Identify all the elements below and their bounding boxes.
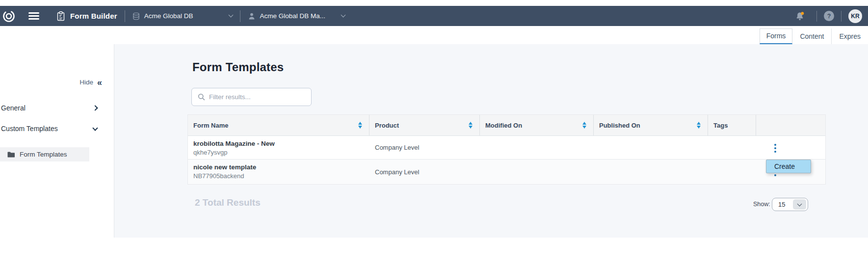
menu-icon[interactable]	[28, 12, 39, 20]
table-row: krobilotta Magazine - New qkhe7ysvgp Com…	[188, 136, 825, 160]
tags-cell	[708, 160, 756, 184]
user-avatar[interactable]: KR	[848, 9, 862, 23]
tab-expressions[interactable]: Expres	[832, 28, 868, 44]
notifications-bell-icon[interactable]	[795, 11, 806, 21]
main-content: Form Templates Form Name Product Modifie	[114, 44, 868, 238]
form-name-cell: nicole new template NB77905backend	[188, 160, 369, 184]
clipboard-icon	[56, 11, 65, 21]
sort-icon	[697, 122, 701, 129]
column-header-modified-on[interactable]: Modified On	[480, 115, 594, 135]
app-header: Form Builder	[56, 11, 117, 21]
sidebar-hide-button[interactable]: Hide «	[79, 79, 102, 86]
sidebar-item-label: Custom Templates	[1, 125, 58, 133]
db-selector-label: Acme Global DB	[144, 12, 193, 20]
table-row: nicole new template NB77905backend Compa…	[188, 160, 825, 184]
sidebar-item-general[interactable]: General	[0, 100, 114, 116]
form-id: NB77905backend	[193, 172, 369, 180]
database-icon	[132, 12, 140, 20]
modified-on-cell	[480, 160, 594, 184]
chevron-down-icon	[341, 13, 346, 18]
table-header-row: Form Name Product Modified On Published …	[188, 115, 825, 136]
create-menu-item[interactable]: Create	[766, 160, 811, 173]
form-name-cell: krobilotta Magazine - New qkhe7ysvgp	[188, 136, 369, 159]
tab-content[interactable]: Content	[792, 28, 832, 44]
form-name: krobilotta Magazine - New	[193, 140, 369, 147]
published-on-cell	[594, 136, 708, 159]
market-selector-label: Acme Global DB Ma...	[260, 12, 326, 20]
column-header-tags: Tags	[708, 115, 756, 135]
chevron-down-icon	[92, 125, 98, 131]
sort-icon	[582, 122, 586, 129]
help-icon[interactable]: ?	[824, 11, 834, 21]
collapse-double-chevron-icon: «	[97, 79, 102, 86]
sort-icon	[358, 122, 362, 129]
column-header-form-name[interactable]: Form Name	[188, 115, 369, 135]
navbar-separator	[816, 11, 817, 22]
db-selector[interactable]: Acme Global DB	[132, 12, 233, 20]
product-cell: Company Level	[369, 160, 480, 184]
navbar-right: ? KR	[795, 9, 868, 23]
sidebar-item-form-templates[interactable]: Form Templates	[0, 147, 89, 161]
tab-forms[interactable]: Forms	[760, 28, 793, 44]
column-header-product[interactable]: Product	[369, 115, 480, 135]
filter-input[interactable]	[209, 93, 311, 101]
sort-icon	[469, 122, 473, 129]
navbar-separator	[125, 10, 125, 22]
total-results: 2 Total Results	[195, 197, 261, 208]
modified-on-cell	[480, 136, 594, 159]
top-tabs: Forms Content Expres	[760, 26, 868, 44]
navbar-left: Form Builder Acme Global DB Acme Global …	[0, 10, 345, 23]
page-size-value: 15	[778, 201, 785, 208]
actions-cell	[756, 136, 825, 159]
select-chevron-box	[793, 199, 806, 210]
market-selector[interactable]: Acme Global DB Ma...	[248, 12, 345, 20]
person-icon	[248, 12, 256, 20]
page: Form Builder Acme Global DB Acme Global …	[0, 0, 868, 268]
sidebar-selected-label: Form Templates	[20, 151, 67, 158]
row-actions-kebab-icon[interactable]	[774, 144, 776, 153]
chevron-down-icon	[797, 201, 802, 206]
form-name: nicole new template	[193, 163, 369, 171]
folder-icon	[7, 151, 15, 158]
column-header-actions	[756, 115, 825, 135]
tags-cell	[708, 136, 756, 159]
app-title: Form Builder	[70, 12, 117, 20]
form-templates-table: Form Name Product Modified On Published …	[187, 114, 826, 185]
navbar-separator	[240, 10, 240, 22]
row-actions-menu: Create	[766, 160, 811, 173]
show-label: Show:	[753, 201, 770, 208]
search-icon	[198, 93, 205, 101]
hide-label: Hide	[79, 79, 93, 86]
navbar-separator	[841, 11, 842, 22]
logo-icon[interactable]	[2, 10, 15, 23]
column-header-published-on[interactable]: Published On	[594, 115, 708, 135]
filter-input-wrapper	[191, 88, 312, 106]
chevron-right-icon	[92, 105, 98, 110]
chevron-down-icon	[228, 13, 233, 18]
sidebar-item-label: General	[1, 104, 26, 112]
page-size-select[interactable]: 15	[772, 198, 808, 211]
form-id: qkhe7ysvgp	[193, 149, 369, 156]
sidebar-item-custom-templates[interactable]: Custom Templates	[0, 120, 114, 137]
published-on-cell	[594, 160, 708, 184]
sidebar: Hide « General Custom Templates Form Tem…	[0, 26, 114, 238]
top-navbar: Form Builder Acme Global DB Acme Global …	[0, 6, 868, 26]
page-title: Form Templates	[192, 60, 284, 74]
product-cell: Company Level	[369, 136, 480, 159]
